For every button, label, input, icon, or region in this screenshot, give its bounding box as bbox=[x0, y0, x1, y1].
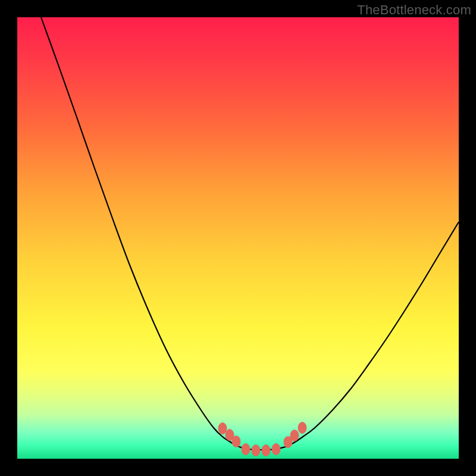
chart-svg bbox=[17, 17, 459, 459]
watermark-text: TheBottleneck.com bbox=[357, 2, 471, 18]
curve-left-path bbox=[41, 17, 239, 447]
marker-floor-4 bbox=[272, 444, 280, 455]
curve-group bbox=[41, 17, 459, 450]
marker-right-3 bbox=[298, 422, 306, 434]
marker-group bbox=[218, 422, 306, 456]
chart-frame: TheBottleneck.com bbox=[0, 0, 476, 476]
marker-left-3 bbox=[232, 436, 240, 447]
marker-left-1 bbox=[218, 423, 227, 434]
marker-floor-3 bbox=[262, 445, 270, 456]
marker-right-2 bbox=[290, 430, 299, 441]
plot-area bbox=[17, 17, 459, 459]
marker-floor-1 bbox=[242, 444, 250, 455]
marker-floor-2 bbox=[252, 445, 260, 456]
curve-right-path bbox=[286, 222, 459, 447]
